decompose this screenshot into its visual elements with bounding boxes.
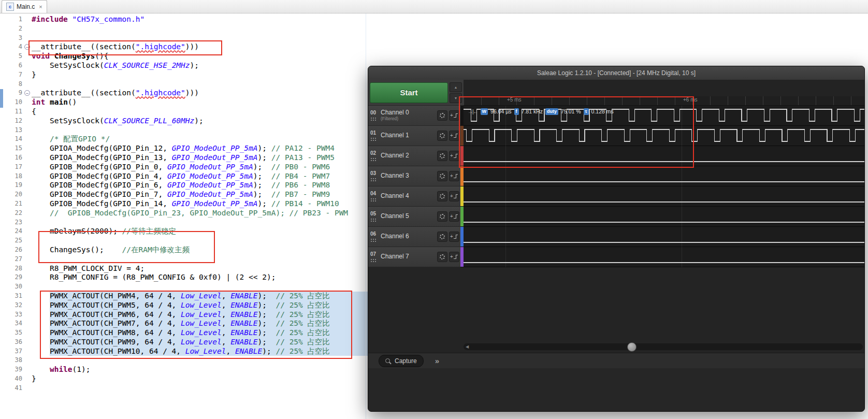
waveform-lane[interactable] (464, 207, 864, 227)
start-button[interactable]: Start (370, 82, 448, 103)
channel-row[interactable]: 04Channel 4+ (368, 186, 460, 207)
channel-trigger-button[interactable]: + (449, 232, 459, 242)
channel-drag-handle[interactable] (370, 218, 377, 222)
channel-row[interactable]: 03Channel 3+ (368, 166, 460, 186)
scroll-down-button[interactable]: ▼ (450, 93, 462, 103)
waveform-scrollbar[interactable]: ◀ (464, 343, 863, 350)
code-token: // 25% 占空比 (276, 301, 330, 309)
waveform-trace (464, 227, 864, 247)
channel-drag-handle[interactable] (370, 198, 377, 202)
scroll-up-button[interactable]: ▲ (450, 82, 462, 92)
channel-trigger-button[interactable]: + (449, 211, 459, 222)
channel-drag-handle[interactable] (370, 258, 377, 263)
print-margin-line (366, 13, 366, 419)
selection-highlight: PWMX_ACTOUT(CH_PWM7, 64 / 4, Low_Level, … (50, 319, 369, 328)
code-line[interactable]: 3 (0, 34, 868, 43)
line-number: 26 (0, 245, 24, 255)
fold-column[interactable]: − (24, 42, 32, 52)
waveform-lane[interactable] (464, 247, 864, 267)
channel-row[interactable]: 05Channel 5+ (368, 207, 460, 227)
fold-column (24, 319, 32, 328)
line-number: 17 (0, 163, 24, 172)
fold-column (24, 328, 32, 338)
code-token (32, 292, 50, 300)
tab-close-icon[interactable]: × (39, 4, 42, 10)
code-token: ))) (185, 42, 199, 51)
gear-icon (440, 153, 445, 158)
waveform-trace (464, 207, 864, 226)
channel-settings-button[interactable] (437, 191, 447, 201)
code-token: ".highcode" (136, 89, 185, 97)
waveform-lane[interactable] (464, 227, 864, 247)
code-text: PWMX_ACTOUT(CH_PWM10, 64 / 4, Low_Level,… (32, 347, 369, 356)
code-token: // 25% 占空比 (276, 292, 330, 300)
channel-settings-button[interactable] (437, 151, 447, 161)
code-token: //在RAM中修改主频 (122, 245, 190, 254)
channel-trigger-button[interactable]: + (449, 171, 459, 181)
line-number: 5 (0, 52, 24, 61)
code-token: GPIOB_ModeCfg(GPIO_Pin_14, (32, 199, 172, 208)
channel-settings-button[interactable] (437, 110, 447, 121)
code-text: #include "CH57x_common.h" (32, 15, 144, 24)
channel-drag-handle[interactable] (370, 117, 377, 121)
channel-row[interactable]: 07Channel 7+ (368, 247, 460, 267)
scrollbar-left-arrow-icon[interactable]: ◀ (464, 344, 469, 349)
channel-settings-button[interactable] (437, 211, 447, 222)
fold-column (24, 15, 32, 24)
channel-settings-button[interactable] (437, 131, 447, 141)
code-line[interactable]: 4−__attribute__((section(".highcode"))) (0, 42, 868, 52)
channel-row[interactable]: 06Channel 6+ (368, 227, 460, 247)
channel-drag-handle[interactable] (370, 157, 377, 162)
code-token: __attribute__((section( (32, 42, 136, 51)
expand-chevrons-icon[interactable]: » (435, 356, 439, 365)
time-ruler[interactable]: +5 ms+6 ms (464, 96, 864, 105)
fold-column[interactable]: − (24, 89, 32, 98)
channel-trigger-button[interactable]: + (449, 131, 459, 141)
fold-column (24, 245, 32, 255)
channel-trigger-button[interactable]: + (449, 191, 459, 201)
code-text: R8_PWM_CLOCK_DIV = 4; (32, 264, 144, 273)
channel-row[interactable]: 02Channel 2+ (368, 146, 460, 166)
selection-highlight: PWMX_ACTOUT(CH_PWM10, 64 / 4, Low_Level,… (50, 347, 369, 356)
fold-column (24, 209, 32, 218)
scrollbar-thumb[interactable] (627, 342, 636, 352)
waveform-lane[interactable] (464, 126, 864, 146)
code-token: // 25% 占空比 (276, 310, 330, 319)
channel-settings-button[interactable] (437, 171, 447, 181)
code-token: ); (258, 153, 271, 162)
logic-header: Start ▲ ▼ +5 ms+6 ms (368, 80, 864, 106)
channel-row-left: 06 (370, 231, 381, 242)
channel-trigger-button[interactable]: + (449, 110, 459, 121)
code-line[interactable]: 5void ChangeSys(){ (0, 52, 868, 61)
code-token: ".highcode" (136, 42, 185, 51)
waveform-lane[interactable] (464, 166, 864, 186)
waveform-area[interactable]: →|←W96.04 µsf7.81 kHzduty75.01 %τ0.128 m… (464, 106, 864, 267)
capture-button[interactable]: Capture (379, 355, 424, 367)
tab-main-c[interactable]: c Main.c × (2, 0, 47, 13)
line-number: 16 (0, 153, 24, 163)
channel-row[interactable]: 00Channel 0(Filtered)+ (368, 106, 460, 126)
channel-drag-handle[interactable] (370, 137, 377, 141)
code-token: __attribute__((section( (32, 89, 136, 97)
code-token: GPIOA_ModeCfg(GPIO_Pin_13, (32, 153, 172, 162)
channel-drag-handle[interactable] (370, 238, 377, 242)
code-line[interactable]: 1#include "CH57x_common.h" (0, 15, 868, 24)
fold-marker-icon[interactable]: − (24, 44, 30, 50)
waveform-lane[interactable] (464, 186, 864, 207)
code-token (50, 52, 54, 60)
channel-settings-button[interactable] (437, 232, 447, 242)
channel-settings-button[interactable] (437, 252, 447, 262)
fold-marker-icon[interactable]: − (24, 90, 30, 96)
channel-drag-handle[interactable] (370, 178, 377, 182)
logic-window-titlebar[interactable]: Saleae Logic 1.2.10 - [Connected] - [24 … (368, 66, 864, 80)
fold-column (24, 255, 32, 264)
code-line[interactable]: 2 (0, 24, 868, 34)
channel-trigger-button[interactable]: + (449, 151, 459, 161)
channel-trigger-button[interactable]: + (449, 252, 459, 262)
code-text: } (32, 70, 36, 80)
channel-row[interactable]: 01Channel 1+ (368, 126, 460, 146)
waveform-lane[interactable] (464, 146, 864, 166)
timeline-label: +6 ms (683, 97, 698, 103)
plus-icon: + (450, 113, 453, 118)
code-token: CLK_SOURCE_HSE_2MHz (104, 61, 190, 69)
